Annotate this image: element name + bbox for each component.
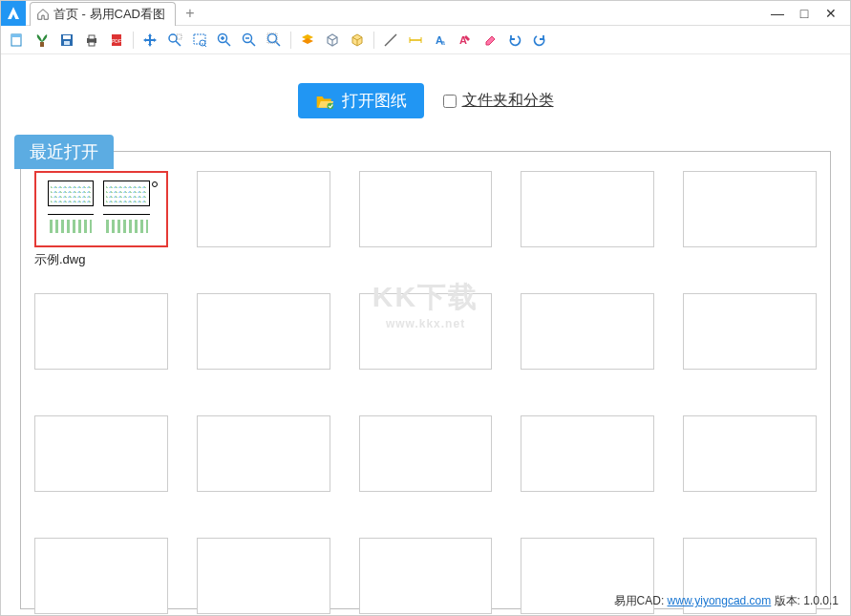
file-card[interactable]: 示例.dwg <box>34 171 168 266</box>
content-area: 打开图纸 文件夹和分类 最近打开 示例.dwg <box>1 54 850 616</box>
folder-label: 文件夹和分类 <box>462 91 554 111</box>
file-card <box>359 538 493 616</box>
file-name-label <box>197 373 330 389</box>
svg-text:a: a <box>441 39 445 46</box>
file-grid: 示例.dwg <box>34 171 817 616</box>
block-icon[interactable] <box>322 30 343 51</box>
app-logo <box>1 1 26 26</box>
website-link[interactable]: www.yiyongcad.com <box>668 594 772 607</box>
toolbar: PDF Aa A <box>1 26 850 54</box>
file-name-label <box>683 373 817 389</box>
home-icon <box>36 8 50 21</box>
zoom-extents-icon[interactable] <box>264 30 285 51</box>
file-card <box>197 293 330 389</box>
zoom-in-icon[interactable] <box>214 30 235 51</box>
file-thumbnail <box>197 415 330 492</box>
svg-line-11 <box>176 41 181 46</box>
file-name-label <box>359 251 493 266</box>
close-button[interactable]: ✕ <box>823 6 839 21</box>
file-card <box>197 538 330 616</box>
open-button-label: 打开图纸 <box>342 90 407 112</box>
folder-category-toggle[interactable]: 文件夹和分类 <box>443 91 554 111</box>
svg-rect-1 <box>40 42 44 47</box>
svg-rect-12 <box>177 34 181 39</box>
erase-icon[interactable] <box>479 30 500 51</box>
file-thumbnail <box>683 171 817 247</box>
save-icon[interactable] <box>56 30 77 51</box>
zoom-out-icon[interactable] <box>239 30 260 51</box>
svg-rect-4 <box>64 41 70 45</box>
svg-line-22 <box>251 41 256 46</box>
file-name-label: 示例.dwg <box>34 251 168 266</box>
folder-open-icon <box>315 93 334 110</box>
recent-tab[interactable]: 最近打开 <box>14 135 114 169</box>
redo-icon[interactable] <box>529 30 550 51</box>
annotate-icon[interactable]: A <box>455 30 476 51</box>
file-thumbnail <box>683 415 817 492</box>
open-drawing-button[interactable]: 打开图纸 <box>298 83 424 118</box>
folder-checkbox[interactable] <box>443 95 457 108</box>
file-thumbnail <box>683 293 817 370</box>
window-controls: — □ ✕ <box>770 6 850 21</box>
svg-point-23 <box>268 33 277 42</box>
file-card <box>197 415 330 511</box>
file-card <box>359 415 493 511</box>
dimension-icon[interactable] <box>405 30 426 51</box>
file-name-label <box>34 373 168 389</box>
file-card <box>683 293 817 389</box>
palm-icon[interactable] <box>32 30 53 51</box>
file-name-label <box>34 496 168 511</box>
svg-rect-7 <box>89 42 95 46</box>
footer: 易用CAD: www.yiyongcad.com 版本: 1.0.0.1 <box>614 593 839 609</box>
svg-rect-3 <box>63 35 71 39</box>
tab-home[interactable]: 首页 - 易用CAD看图 <box>30 2 176 26</box>
tab-label: 首页 - 易用CAD看图 <box>53 6 165 23</box>
cube-icon[interactable] <box>347 30 368 51</box>
pdf-icon[interactable]: PDF <box>106 30 127 51</box>
version-number: 1.0.0.1 <box>803 594 839 607</box>
svg-text:PDF: PDF <box>112 38 121 44</box>
file-card <box>683 415 817 511</box>
file-thumbnail[interactable] <box>34 171 168 247</box>
file-card <box>521 415 654 511</box>
top-actions: 打开图纸 文件夹和分类 <box>20 83 831 118</box>
layers-icon[interactable] <box>297 30 318 51</box>
zoom-window-icon[interactable] <box>189 30 210 51</box>
minimize-button[interactable]: — <box>770 6 785 21</box>
svg-point-10 <box>169 34 177 42</box>
file-card <box>521 293 654 389</box>
file-card <box>683 171 817 266</box>
titlebar: 首页 - 易用CAD看图 + — □ ✕ <box>1 1 850 26</box>
file-card <box>34 415 168 511</box>
file-name-label <box>521 373 654 389</box>
file-thumbnail <box>34 293 168 370</box>
line-icon[interactable] <box>380 30 401 51</box>
file-name-label <box>521 496 654 511</box>
svg-rect-6 <box>89 35 95 39</box>
file-card <box>359 293 493 389</box>
file-name-label <box>521 251 654 266</box>
file-thumbnail <box>197 293 330 370</box>
file-thumbnail <box>521 415 654 492</box>
zoom-select-icon[interactable] <box>164 30 185 51</box>
tab-add-button[interactable]: + <box>181 5 199 22</box>
file-card <box>521 171 654 266</box>
maximize-button[interactable]: □ <box>797 6 812 21</box>
print-icon[interactable] <box>81 30 102 51</box>
file-thumbnail <box>359 293 493 370</box>
file-card <box>359 171 493 266</box>
file-name-label <box>359 373 493 389</box>
file-thumbnail <box>34 415 168 492</box>
file-name-label <box>683 496 817 511</box>
file-thumbnail <box>359 415 493 492</box>
new-icon[interactable] <box>7 30 28 51</box>
pan-icon[interactable] <box>139 30 160 51</box>
text-icon[interactable]: Aa <box>430 30 451 51</box>
svg-line-24 <box>276 41 281 46</box>
file-thumbnail <box>359 171 493 247</box>
file-thumbnail <box>34 538 168 614</box>
file-thumbnail <box>359 538 493 614</box>
svg-line-19 <box>226 41 231 46</box>
undo-icon[interactable] <box>504 30 525 51</box>
file-thumbnail <box>197 171 330 247</box>
